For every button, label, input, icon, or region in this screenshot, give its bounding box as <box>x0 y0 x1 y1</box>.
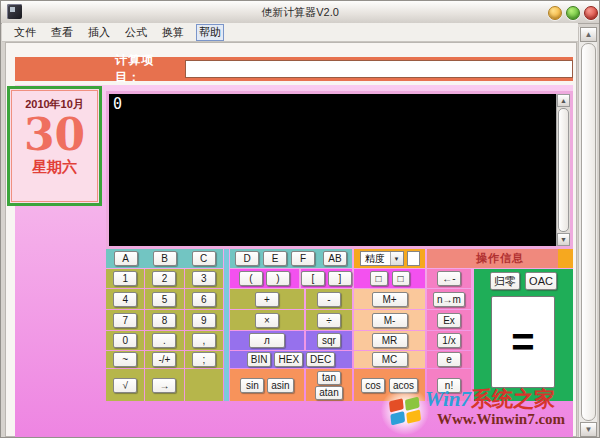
keypad-separator <box>224 249 229 401</box>
key-e[interactable]: E <box>263 251 287 266</box>
project-label: 计算项目： <box>115 52 179 86</box>
menu-item-formula[interactable]: 公式 <box>122 24 150 41</box>
keypad: A B C 1 2 3 4 5 6 7 8 9 0 . , ~ -/+ ; √ … <box>106 249 573 401</box>
key-euler[interactable]: e <box>437 352 461 367</box>
precision-select[interactable]: 精度 ▼ <box>360 251 404 266</box>
scrollbar-up-icon[interactable]: ▲ <box>580 27 597 42</box>
scroll-up-icon[interactable]: ▲ <box>557 94 570 107</box>
key-mr[interactable]: MR <box>372 333 408 348</box>
key-c[interactable]: C <box>192 251 216 266</box>
windows-logo-icon <box>381 387 429 435</box>
key-ab[interactable]: AB <box>323 251 347 266</box>
numeric-keypad: 1 2 3 4 5 6 7 8 9 0 . , ~ -/+ ; √ → <box>106 269 223 401</box>
key-backspace[interactable]: ←- <box>437 271 461 286</box>
key-ntom[interactable]: n→m <box>433 292 465 307</box>
reset-button[interactable]: 归零 <box>490 272 520 290</box>
minimize-button[interactable] <box>548 6 562 20</box>
key-f[interactable]: F <box>291 251 315 266</box>
key-a[interactable]: A <box>114 251 138 266</box>
key-square-2[interactable]: □ <box>392 271 410 286</box>
key-close-bracket[interactable]: ] <box>328 271 352 286</box>
key-mc[interactable]: MC <box>372 352 408 367</box>
window-title: 使新计算器V2.0 <box>1 1 599 23</box>
hex-header-right: D E F AB <box>230 249 352 268</box>
menu-item-file[interactable]: 文件 <box>11 24 39 41</box>
titlebar: 使新计算器V2.0 <box>1 1 599 24</box>
equals-block: 归零 OAC = <box>474 269 573 401</box>
key-mplus[interactable]: M+ <box>372 292 408 307</box>
key-4[interactable]: 4 <box>113 292 137 307</box>
key-dot[interactable]: . <box>152 333 176 348</box>
key-negate[interactable]: -/+ <box>152 352 176 367</box>
display-frame: 0 ▲ ▼ <box>106 91 573 249</box>
display-scrollbar[interactable]: ▲ ▼ <box>556 94 570 246</box>
operation-info-banner: 操作信息 <box>427 249 573 268</box>
key-9[interactable]: 9 <box>192 313 216 328</box>
menu-item-convert[interactable]: 换算 <box>159 24 187 41</box>
project-input[interactable] <box>185 60 573 78</box>
key-8[interactable]: 8 <box>152 313 176 328</box>
key-0[interactable]: 0 <box>113 333 137 348</box>
watermark: Win7系统之家 Www.Winwin7.com <box>381 387 599 437</box>
precision-header: 精度 ▼ <box>354 249 425 268</box>
key-sqr[interactable]: sqr <box>317 333 341 348</box>
key-reciprocal[interactable]: 1/x <box>437 333 461 348</box>
menu-item-insert[interactable]: 插入 <box>85 24 113 41</box>
maximize-button[interactable] <box>566 6 580 20</box>
key-sqrt[interactable]: √ <box>113 378 137 393</box>
key-multiply[interactable]: × <box>255 313 279 328</box>
key-tan[interactable]: tan <box>317 371 341 385</box>
menu-item-help[interactable]: 帮助 <box>196 24 224 41</box>
watermark-brand-suffix: 系统之家 <box>471 387 555 411</box>
oac-button[interactable]: OAC <box>525 272 557 290</box>
key-5[interactable]: 5 <box>152 292 176 307</box>
window-scroll-thumb[interactable] <box>581 43 596 421</box>
precision-label: 精度 <box>361 252 390 266</box>
key-7[interactable]: 7 <box>113 313 137 328</box>
key-open-bracket[interactable]: [ <box>301 271 325 286</box>
chevron-down-icon[interactable]: ▼ <box>390 252 403 265</box>
watermark-url: Www.Winwin7.com <box>437 411 565 428</box>
key-ex[interactable]: Ex <box>437 313 461 328</box>
operator-column: D E F AB ( ) [ ] + - × ÷ <box>230 249 352 401</box>
project-bar: 计算项目： <box>15 57 573 81</box>
key-arrow[interactable]: → <box>152 378 176 393</box>
key-close-paren[interactable]: ) <box>266 271 290 286</box>
key-comma[interactable]: , <box>192 333 216 348</box>
key-atan[interactable]: atan <box>315 386 342 400</box>
key-2[interactable]: 2 <box>152 271 176 286</box>
watermark-brand: Win7系统之家 <box>425 387 565 411</box>
key-dec[interactable]: DEC <box>306 352 335 367</box>
key-minus[interactable]: - <box>317 292 341 307</box>
key-square-1[interactable]: □ <box>370 271 388 286</box>
key-hex[interactable]: HEX <box>274 352 303 367</box>
key-divide[interactable]: ÷ <box>317 313 341 328</box>
key-mminus[interactable]: M- <box>372 313 408 328</box>
key-asin[interactable]: asin <box>267 378 293 393</box>
window-scrollbar[interactable]: ▲ ▼ <box>578 27 597 437</box>
key-semicolon[interactable]: ; <box>192 352 216 367</box>
key-d[interactable]: D <box>235 251 259 266</box>
key-bin[interactable]: BIN <box>247 352 272 367</box>
key-b[interactable]: B <box>153 251 177 266</box>
calendar-day: 30 <box>12 112 97 158</box>
key-plus[interactable]: + <box>255 292 279 307</box>
empty-cell <box>185 369 223 401</box>
watermark-brand-prefix: Win7 <box>425 387 471 411</box>
calendar-inner: 2010年10月 30 星期六 <box>11 90 98 202</box>
menu-item-view[interactable]: 查看 <box>48 24 76 41</box>
precision-box[interactable] <box>407 251 420 266</box>
display-scroll-thumb[interactable] <box>558 108 569 232</box>
calc-display[interactable]: 0 <box>109 94 556 246</box>
key-tilde[interactable]: ~ <box>113 352 137 367</box>
memory-column: 精度 ▼ □ □ M+ M- MR MC cos acos <box>354 249 425 401</box>
key-pi[interactable]: л <box>249 333 285 348</box>
key-6[interactable]: 6 <box>192 292 216 307</box>
key-3[interactable]: 3 <box>192 271 216 286</box>
key-1[interactable]: 1 <box>113 271 137 286</box>
scroll-down-icon[interactable]: ▼ <box>557 233 570 246</box>
close-button[interactable] <box>584 6 598 20</box>
key-sin[interactable]: sin <box>240 378 264 393</box>
key-open-paren[interactable]: ( <box>239 271 263 286</box>
equals-button[interactable]: = <box>491 296 555 388</box>
